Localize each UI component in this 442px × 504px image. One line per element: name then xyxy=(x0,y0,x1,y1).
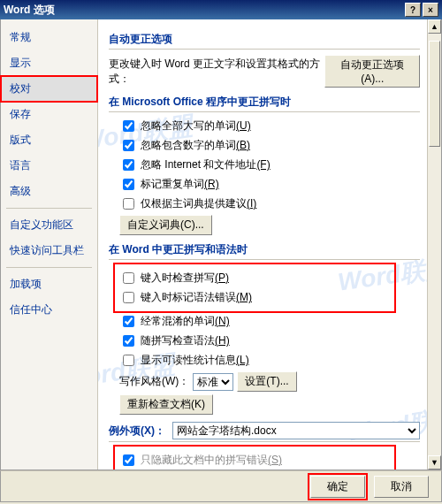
grammar-with-spelling-checkbox[interactable] xyxy=(123,335,134,347)
sidebar-item-layout[interactable]: 版式 xyxy=(1,127,97,153)
checkbox-label: 经常混淆的单词(N) xyxy=(141,314,230,329)
checkbox-row: 键入时检查拼写(P) xyxy=(119,270,393,286)
highlighted-group: 键入时检查拼写(P) 键入时标记语法错误(M) xyxy=(116,265,393,310)
sidebar-item-save[interactable]: 保存 xyxy=(1,102,97,127)
autocorrect-row: 更改键入时 Word 更正文字和设置其格式的方式： 自动更正选项(A)... xyxy=(109,55,420,88)
sidebar-item-customize-ribbon[interactable]: 自定义功能区 xyxy=(1,212,97,238)
vertical-scrollbar[interactable]: ▲ ▼ xyxy=(427,19,441,470)
checkbox-row: 忽略全部大写的单词(U) xyxy=(119,118,420,134)
scroll-down-button[interactable]: ▼ xyxy=(428,455,441,470)
sidebar-item-proofing[interactable]: 校对 xyxy=(1,76,97,102)
ignore-internet-checkbox[interactable] xyxy=(123,159,134,171)
highlighted-exceptions-group: 只隐藏此文档中的拼写错误(S) 只隐藏此文档中的语法错误(D) xyxy=(116,447,393,470)
autocorrect-desc: 更改键入时 Word 更正文字和设置其格式的方式： xyxy=(109,57,321,87)
help-button[interactable]: ? xyxy=(405,3,421,17)
scroll-area: 自动更正选项 更改键入时 Word 更正文字和设置其格式的方式： 自动更正选项(… xyxy=(98,19,427,470)
main-dict-only-checkbox[interactable] xyxy=(123,198,134,210)
checkbox-row: 键入时标记语法错误(M) xyxy=(119,289,393,306)
section-autocorrect-title: 自动更正选项 xyxy=(109,32,420,50)
writing-style-row: 写作风格(W)： 标准 设置(T)... xyxy=(119,371,420,392)
checkbox-row: 经常混淆的单词(N) xyxy=(119,313,420,330)
checkbox-label: 标记重复单词(R) xyxy=(141,177,219,192)
checkbox-row: 只隐藏此文档中的拼写错误(S) xyxy=(119,452,393,469)
checkbox-label: 随拼写检查语法(H) xyxy=(141,333,230,348)
close-button[interactable]: × xyxy=(423,3,438,17)
checkbox-label: 忽略包含数字的单词(B) xyxy=(141,138,250,153)
scroll-up-button[interactable]: ▲ xyxy=(428,19,441,34)
autocorrect-options-button[interactable]: 自动更正选项(A)... xyxy=(324,55,420,88)
cancel-button[interactable]: 取消 xyxy=(374,476,429,498)
settings-button[interactable]: 设置(T)... xyxy=(237,371,296,392)
ignore-numbers-checkbox[interactable] xyxy=(123,140,134,151)
checkbox-label: 键入时检查拼写(P) xyxy=(141,271,229,286)
section-word-title: 在 Word 中更正拼写和语法时 xyxy=(109,242,420,260)
checkbox-label: 忽略 Internet 和文件地址(F) xyxy=(141,157,271,172)
checkbox-label: 忽略全部大写的单词(U) xyxy=(141,118,251,134)
button-row: 自定义词典(C)... xyxy=(119,215,420,235)
scroll-track[interactable] xyxy=(428,34,441,455)
window-title: Word 选项 xyxy=(4,3,55,18)
custom-dict-button[interactable]: 自定义词典(C)... xyxy=(119,215,212,235)
readability-stats-checkbox[interactable] xyxy=(123,355,134,366)
checkbox-row: 忽略 Internet 和文件地址(F) xyxy=(119,157,420,173)
sidebar-item-addins[interactable]: 加载项 xyxy=(1,271,97,297)
flag-repeated-checkbox[interactable] xyxy=(123,179,134,190)
main-panel: 常规 显示 校对 保存 版式 语言 高级 自定义功能区 快速访问工具栏 加载项 … xyxy=(0,19,442,470)
writing-style-label: 写作风格(W)： xyxy=(119,374,189,389)
writing-style-select[interactable]: 标准 xyxy=(193,373,233,391)
sidebar-item-language[interactable]: 语言 xyxy=(1,153,97,179)
section-exceptions: 例外项(X)： 网站金字塔结构.docx xyxy=(109,422,420,442)
dialog-footer: 确定 取消 xyxy=(0,470,442,502)
scroll-thumb[interactable] xyxy=(429,41,440,147)
mark-grammar-checkbox[interactable] xyxy=(123,292,134,303)
checkbox-row: 标记重复单词(R) xyxy=(119,176,420,193)
content-area: Word联盟 Word联盟 Word联盟 Word联盟 自动更正选项 更改键入时… xyxy=(98,19,441,470)
checkbox-label: 键入时标记语法错误(M) xyxy=(141,290,252,305)
recheck-doc-button[interactable]: 重新检查文档(K) xyxy=(119,394,213,415)
checkbox-row: 随拼写检查语法(H) xyxy=(119,332,420,349)
sidebar: 常规 显示 校对 保存 版式 语言 高级 自定义功能区 快速访问工具栏 加载项 … xyxy=(1,19,98,470)
ignore-uppercase-checkbox[interactable] xyxy=(123,120,134,132)
checkbox-label: 只隐藏此文档中的拼写错误(S) xyxy=(141,453,282,468)
exceptions-label: 例外项(X)： xyxy=(109,424,165,439)
sidebar-item-display[interactable]: 显示 xyxy=(1,50,97,76)
checkbox-row: 仅根据主词典提供建议(I) xyxy=(119,195,420,212)
ok-button[interactable]: 确定 xyxy=(310,476,365,498)
check-spelling-checkbox[interactable] xyxy=(123,272,134,284)
hide-spelling-errors-checkbox[interactable] xyxy=(123,454,134,466)
titlebar: Word 选项 ? × xyxy=(0,0,442,19)
sidebar-item-trust[interactable]: 信任中心 xyxy=(1,297,97,323)
section-office-title: 在 Microsoft Office 程序中更正拼写时 xyxy=(109,95,420,112)
checkbox-row: 显示可读性统计信息(L) xyxy=(119,352,420,369)
sidebar-divider xyxy=(6,267,92,268)
checkbox-row: 忽略包含数字的单词(B) xyxy=(119,137,420,154)
sidebar-item-advanced[interactable]: 高级 xyxy=(1,179,97,204)
checkbox-label: 仅根据主词典提供建议(I) xyxy=(141,196,256,211)
exceptions-doc-select[interactable]: 网站金字塔结构.docx xyxy=(172,422,420,439)
confused-words-checkbox[interactable] xyxy=(123,316,134,327)
sidebar-item-general[interactable]: 常规 xyxy=(1,25,97,50)
sidebar-item-qat[interactable]: 快速访问工具栏 xyxy=(1,238,97,263)
checkbox-label: 显示可读性统计信息(L) xyxy=(141,353,249,368)
sidebar-divider xyxy=(6,208,92,209)
button-row: 重新检查文档(K) xyxy=(119,394,420,415)
